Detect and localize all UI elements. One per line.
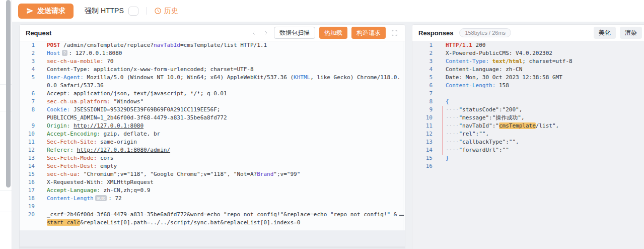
divider: [146, 7, 147, 15]
response-panel: Responses 158bytes / 26ms 美化 渲染 1HTTP/1.…: [412, 24, 644, 249]
request-editor[interactable]: 1POST /admin/cmsTemplate/replace?navTabI…: [20, 41, 405, 230]
history-button[interactable]: 历史: [154, 7, 178, 16]
request-panel-title: Request: [26, 29, 51, 37]
code-line: 11Sec-Fetch-Site: same-origin: [20, 138, 405, 146]
horizontal-scrollbar[interactable]: [20, 246, 405, 248]
fullscreen-button[interactable]: [390, 28, 399, 37]
response-panel-title: Responses: [418, 29, 453, 37]
response-size-badge: 158bytes / 26ms: [459, 28, 511, 37]
code-line: 13Sec-Fetch-Mode: cors: [20, 154, 405, 162]
code-line: 5Date: Mon, 30 Oct 2023 12:38:58 GMT: [412, 74, 644, 82]
code-line: 7sec-ch-ua-platform: "Windows": [20, 98, 405, 106]
code-line: 10Accept-Encoding: gzip, deflate, br: [20, 130, 405, 138]
toolbar: 发送请求 强制 HTTPS 历史: [12, 0, 644, 22]
code-line: 4Content-Language: zh-CN: [412, 66, 644, 74]
code-line: 12····"rel":"",: [412, 130, 644, 138]
code-line: 15sec-ch-ua: "Chromium";v="118", "Google…: [20, 170, 405, 178]
send-request-button[interactable]: 发送请求: [18, 4, 74, 19]
code-line: 1POST /admin/cmsTemplate/replace?navTabI…: [20, 41, 405, 49]
code-line: 2X-Powered-PublicCMS: V4.0.202302: [412, 49, 644, 57]
code-line: 14Sec-Fetch-Dest: empty: [20, 162, 405, 170]
response-panel-header: Responses 158bytes / 26ms 美化 渲染: [412, 25, 644, 41]
scrollbar-thumb[interactable]: [6, 0, 11, 188]
code-line: 2Host?: 127.0.0.1:8080: [20, 49, 405, 57]
beautify-button[interactable]: 美化: [594, 27, 616, 39]
render-button[interactable]: 渲染: [620, 27, 642, 39]
scrollbar-track-border: [403, 41, 403, 230]
code-line: 12Referer: http://127.0.0.1:8080/admin/: [20, 146, 405, 154]
clock-icon: [154, 7, 162, 15]
code-line: 4Content-Type: application/x-www-form-ur…: [20, 66, 405, 74]
hot-reload-button[interactable]: 热加载: [319, 27, 347, 39]
code-line: 9····"statusCode":"200",: [412, 106, 644, 114]
chevron-right-icon: [263, 30, 269, 36]
send-request-label: 发送请求: [37, 7, 65, 16]
code-line: 20_csrf=2b46f00d-3f68-4479-a831-35be6a8f…: [20, 211, 405, 219]
code-line: 0.0 Safari/537.36: [20, 82, 405, 90]
expand-icon: [391, 30, 398, 36]
code-line: 18Content-Lengthauto: 72: [20, 195, 405, 203]
code-line: 9Origin: http://127.0.0.1:8080: [20, 122, 405, 130]
divider: [0, 190, 12, 191]
code-line: 10····"message":"操作成功",: [412, 114, 644, 122]
code-line: 6Accept: application/json, text/javascri…: [20, 90, 405, 98]
code-line: 17Accept-Language: zh-CN,zh;q=0.9: [20, 186, 405, 195]
force-https-toggle[interactable]: [128, 7, 138, 16]
overview-ruler-mark: [399, 215, 404, 216]
code-line: start calc&replaceList[0].path=../../scr…: [20, 219, 405, 227]
next-request-button[interactable]: [262, 29, 270, 37]
code-line: 11····"navTabId":"cmsTemplate/list",: [412, 122, 644, 130]
indent-guide: [443, 106, 443, 155]
code-line: 8Cookie: JSESSIONID=95329D5E39F69B69F0A2…: [20, 106, 405, 114]
code-line: 7: [412, 90, 644, 98]
code-line: 3Content-Type: text/html; charset=utf-8: [412, 57, 644, 66]
divider: [0, 212, 12, 212]
code-line: 16X-Requested-With: XMLHttpRequest: [20, 178, 405, 186]
inlay-hint-badge: auto: [95, 195, 107, 201]
code-line: 13····"callbackType":"",: [412, 138, 644, 146]
code-line: 16: [412, 162, 644, 170]
inlay-hint-badge: ?: [62, 50, 67, 56]
request-panel-header: Request 数据包扫描 热加载 构造请求: [20, 25, 405, 41]
code-line: 15}: [412, 154, 644, 162]
code-line: 8{: [412, 98, 644, 106]
history-label: 历史: [164, 7, 178, 16]
code-line: 19: [20, 203, 405, 211]
code-line: 1HTTP/1.1 200: [412, 41, 644, 49]
code-line: 14····"forwardUrl":"": [412, 146, 644, 154]
packet-scan-button[interactable]: 数据包扫描: [274, 27, 315, 39]
prev-request-button[interactable]: [250, 29, 258, 37]
request-panel: Request 数据包扫描 热加载 构造请求 1POST /admin/cmsT…: [19, 24, 405, 249]
build-request-button[interactable]: 构造请求: [351, 27, 386, 39]
send-icon: [26, 7, 34, 15]
chevron-left-icon: [251, 30, 257, 36]
code-line: 5User-Agent: Mozilla/5.0 (Windows NT 10.…: [20, 74, 405, 82]
response-editor[interactable]: 1HTTP/1.1 2002X-Powered-PublicCMS: V4.0.…: [412, 41, 644, 249]
background-panel-edge: [0, 0, 12, 249]
force-https-label: 强制 HTTPS: [85, 7, 124, 16]
code-line: 3sec-ch-ua-mobile: ?0: [20, 57, 405, 66]
code-line: PUBLICCMS_ADMIN=1_2b46f00d-3f68-4479-a83…: [20, 114, 405, 122]
code-line: 6Content-Length: 158: [412, 82, 644, 90]
